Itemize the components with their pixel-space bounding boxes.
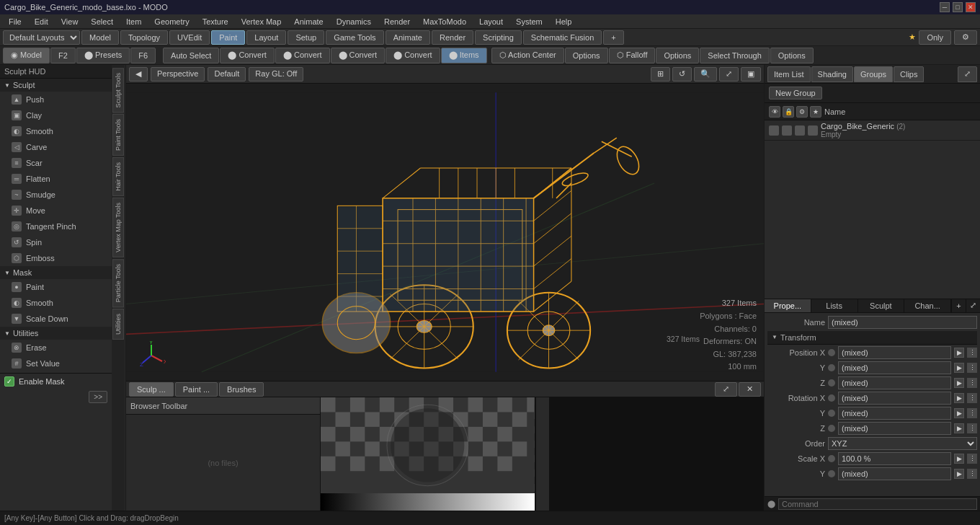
options2-btn[interactable]: Options (656, 48, 699, 63)
items-btn[interactable]: ⬤ Items (441, 48, 487, 63)
uvedit-tab-btn[interactable]: UVEdit (169, 30, 210, 45)
scale-y-arrow[interactable]: ▶ (954, 469, 964, 479)
vp-icon1[interactable]: ⊞ (651, 67, 670, 81)
convert2-btn[interactable]: ⬤ Convert (275, 48, 330, 63)
model-mode-btn[interactable]: ◉ Model (3, 48, 50, 63)
vp-icon3[interactable]: 🔍 (694, 67, 717, 81)
menu-geometry[interactable]: Geometry (148, 16, 195, 27)
scale-y-dot[interactable] (828, 470, 835, 477)
animate-tab-btn[interactable]: Animate (386, 30, 430, 45)
menu-texture[interactable]: Texture (197, 16, 234, 27)
select-through-btn[interactable]: Select Through (700, 48, 769, 63)
tool-spin[interactable]: ↺ Spin (0, 234, 112, 250)
vp-icon2[interactable]: ↺ (672, 67, 692, 81)
tool-set-value[interactable]: # Set Value (0, 356, 112, 371)
tool-move[interactable]: ✛ Move (0, 203, 112, 219)
position-x-extra[interactable]: ⋮ (967, 348, 977, 358)
settings-col-icon[interactable]: ⚙ (796, 106, 808, 118)
close-button[interactable]: ✕ (966, 2, 976, 12)
new-group-btn[interactable]: New Group (769, 87, 822, 100)
rotation-x-dot[interactable] (828, 394, 835, 402)
menu-layout[interactable]: Layout (473, 16, 509, 27)
setup-tab-btn[interactable]: Setup (288, 30, 324, 45)
vp-icon5[interactable]: ▣ (741, 67, 761, 81)
paint-tab-btn[interactable]: Paint (211, 30, 245, 45)
position-y-input[interactable] (838, 361, 951, 374)
utilities-tab[interactable]: Utilities (112, 309, 124, 340)
add-tab-btn[interactable]: + (951, 299, 966, 312)
item-lock-btn[interactable] (782, 125, 792, 136)
mask-paint[interactable]: ● Paint (0, 279, 112, 295)
rotation-z-dot[interactable] (828, 425, 835, 432)
rotation-y-arrow[interactable]: ▶ (954, 408, 964, 418)
particle-tools-tab[interactable]: Particle Tools (112, 259, 124, 307)
tool-tangent-pinch[interactable]: ◎ Tangent Pinch (0, 219, 112, 234)
utilities-section[interactable]: Utilities (0, 327, 112, 340)
scale-x-dot[interactable] (828, 455, 835, 462)
visibility-icon[interactable]: 👁 (769, 106, 780, 118)
f2-btn[interactable]: F2 (50, 48, 76, 63)
maximize-button[interactable]: □ (953, 2, 963, 12)
action-center-btn[interactable]: ⬡ Action Center (491, 48, 564, 63)
shading-tab[interactable]: Shading (811, 66, 853, 82)
menu-edit[interactable]: Edit (29, 16, 54, 27)
enable-mask-checkbox[interactable]: ✓ (4, 376, 14, 387)
tool-scar[interactable]: ≡ Scar (0, 155, 112, 171)
settings-btn[interactable]: ⚙ (954, 30, 977, 45)
position-y-extra[interactable]: ⋮ (967, 363, 977, 373)
rotation-x-input[interactable] (838, 392, 951, 405)
menu-render[interactable]: Render (378, 16, 416, 27)
bottom-close[interactable]: ✕ (739, 382, 761, 397)
scale-x-input[interactable] (838, 452, 951, 465)
item-settings-btn[interactable] (795, 125, 805, 136)
menu-item[interactable]: Item (120, 16, 147, 27)
sculpt-section[interactable]: Sculpt (0, 79, 112, 92)
default-shading-btn[interactable]: Default (208, 67, 246, 81)
scale-x-arrow[interactable]: ▶ (954, 454, 964, 464)
tool-carve[interactable]: ◁ Carve (0, 139, 112, 155)
scale-x-extra[interactable]: ⋮ (967, 454, 977, 464)
options1-btn[interactable]: Options (565, 48, 608, 63)
tool-smudge[interactable]: ~ Smudge (0, 187, 112, 203)
presets-btn[interactable]: ⬤ Presets (76, 48, 130, 63)
sculpt-tools-tab[interactable]: Sculpt Tools (112, 68, 124, 112)
rotation-y-extra[interactable]: ⋮ (967, 408, 977, 418)
prev-view-btn[interactable]: ◀ (129, 67, 148, 81)
clips-tab[interactable]: Clips (894, 66, 924, 82)
minimize-button[interactable]: ─ (940, 2, 950, 12)
scale-y-input[interactable] (838, 467, 951, 480)
rotation-y-dot[interactable] (828, 410, 835, 417)
layout-tab-btn[interactable]: Layout (246, 30, 286, 45)
tool-smooth[interactable]: ◐ Smooth (0, 123, 112, 139)
viewport[interactable]: 327 Items X Z Y 327 Items Polygons : Fac… (126, 84, 764, 381)
props-tab-properties[interactable]: Prope... (765, 299, 811, 312)
hair-tools-tab[interactable]: Hair Tools (112, 157, 124, 196)
expand-panel-btn[interactable]: >> (89, 391, 107, 403)
menu-select[interactable]: Select (85, 16, 119, 27)
only-btn[interactable]: Only (919, 30, 951, 45)
menu-help[interactable]: Help (550, 16, 578, 27)
item-star-btn[interactable] (808, 125, 818, 136)
transform-section[interactable]: Transform (767, 331, 977, 345)
tool-clay[interactable]: ▣ Clay (0, 107, 112, 123)
position-z-arrow[interactable]: ▶ (954, 378, 964, 388)
tool-flatten[interactable]: ═ Flatten (0, 171, 112, 187)
scripting-tab-btn[interactable]: Scripting (475, 30, 522, 45)
model-tab-btn[interactable]: Model (81, 30, 119, 45)
tool-push[interactable]: ▲ Push (0, 92, 112, 107)
render-tab-btn[interactable]: Render (432, 30, 473, 45)
position-x-dot[interactable] (828, 349, 835, 356)
position-x-input[interactable] (838, 346, 951, 359)
props-tab-channels[interactable]: Chan... (904, 299, 951, 312)
props-expand-btn[interactable]: ⤢ (966, 299, 980, 312)
brushes-tab[interactable]: Brushes (219, 382, 264, 397)
command-input[interactable] (778, 498, 977, 510)
raygl-btn[interactable]: Ray GL: Off (249, 67, 303, 81)
mask-section[interactable]: Mask (0, 266, 112, 279)
convert1-btn[interactable]: ⬤ Convert (220, 48, 275, 63)
rotation-x-arrow[interactable]: ▶ (954, 393, 964, 403)
paint-tab[interactable]: Paint ... (175, 382, 218, 397)
menu-file[interactable]: File (3, 16, 27, 27)
right-expand[interactable]: ⤢ (958, 66, 977, 82)
menu-animate[interactable]: Animate (288, 16, 329, 27)
